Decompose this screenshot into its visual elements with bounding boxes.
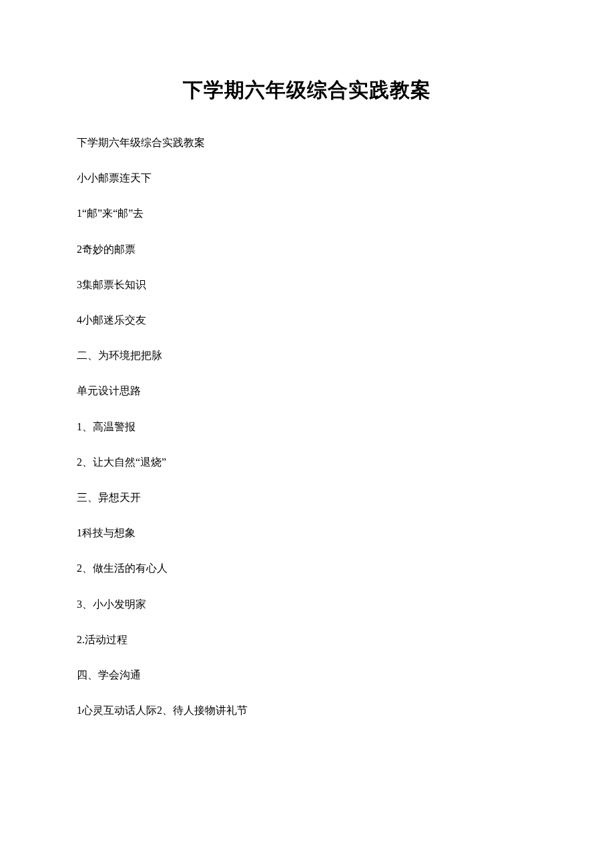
- body-line: 四、学会沟通: [77, 669, 537, 681]
- body-line: 三、异想天开: [77, 491, 537, 504]
- body-line: 1科技与想象: [77, 526, 537, 539]
- body-line: 2、让大自然“退烧”: [77, 456, 537, 468]
- body-line: 下学期六年级综合实践教案: [77, 136, 537, 149]
- body-line: 1、高温警报: [77, 420, 537, 433]
- body-line: 1“邮”来“邮”去: [77, 207, 537, 220]
- body-line: 2、做生活的有心人: [77, 562, 537, 574]
- body-line: 3、小小发明家: [77, 598, 537, 610]
- body-line: 2.活动过程: [77, 633, 537, 646]
- body-line: 4小邮迷乐交友: [77, 314, 537, 326]
- body-line: 单元设计思路: [77, 384, 537, 397]
- document-title: 下学期六年级综合实践教案: [77, 77, 537, 104]
- document-page: 下学期六年级综合实践教案 下学期六年级综合实践教案 小小邮票连天下 1“邮”来“…: [0, 0, 614, 717]
- body-line: 二、为环境把把脉: [77, 349, 537, 362]
- body-line: 2奇妙的邮票: [77, 243, 537, 256]
- body-line: 3集邮票长知识: [77, 278, 537, 291]
- body-line: 小小邮票连天下: [77, 171, 537, 184]
- body-line: 1心灵互动话人际2、待人接物讲礼节: [77, 704, 537, 717]
